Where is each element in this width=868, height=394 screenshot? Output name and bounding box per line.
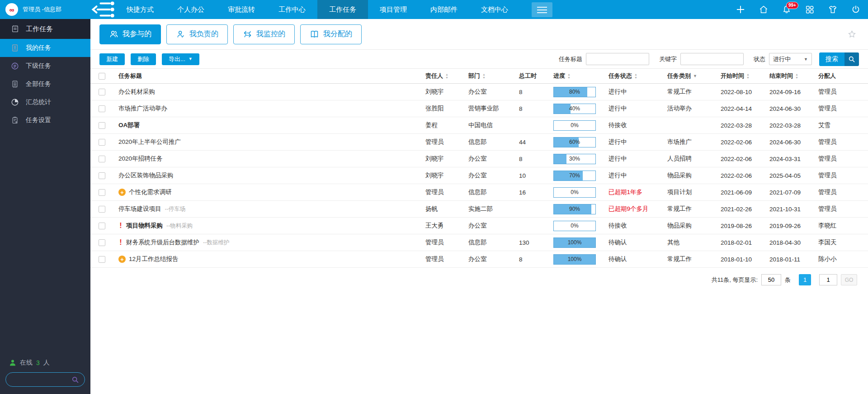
sort-arrows-icon[interactable]: ▲▼ bbox=[746, 73, 750, 79]
sidebar-item-我的任务[interactable]: 我的任务 bbox=[0, 39, 90, 57]
current-page-button[interactable]: 1 bbox=[799, 274, 811, 285]
task-title[interactable]: 市场推广活动举办 bbox=[118, 104, 167, 113]
person-check-icon bbox=[176, 29, 185, 39]
table-row[interactable]: OA部署 姜程 中国电信 0% 待接收 2022-03-28 2022-03-2… bbox=[90, 117, 868, 134]
progress-bar: 90% bbox=[553, 204, 596, 214]
page-size-input[interactable] bbox=[761, 274, 781, 285]
sort-arrows-icon[interactable]: ▲▼ bbox=[445, 73, 448, 79]
task-assigner: 陈小小 bbox=[818, 255, 860, 263]
table-row[interactable]: 2020年招聘任务 刘晓宇 办公室 8 30% 进行中 人员招聘 2022-02… bbox=[90, 151, 868, 167]
task-title[interactable]: OA部署 bbox=[118, 121, 140, 129]
table-row[interactable]: 办公区装饰物品采购 刘晓宇 办公室 10 70% 进行中 物品采购 2022-0… bbox=[90, 167, 868, 184]
table-row[interactable]: +12月工作总结报告 管理员 办公室 8 100% 待确认 常规工作 2018-… bbox=[90, 251, 868, 268]
row-checkbox[interactable] bbox=[99, 256, 105, 263]
page-jump-input[interactable] bbox=[819, 274, 837, 285]
table-row[interactable]: 2020年上半年公司推广 管理员 信息部 44 60% 进行中 市场推广 202… bbox=[90, 134, 868, 151]
task-title[interactable]: 财务系统升级后台数据维护 bbox=[126, 238, 199, 247]
column-header[interactable]: 任务类别▼ bbox=[667, 72, 721, 80]
bell-icon[interactable]: 99+ bbox=[781, 4, 793, 15]
favorite-star-icon[interactable] bbox=[848, 30, 856, 40]
plus-icon[interactable] bbox=[735, 4, 746, 15]
search-icon[interactable] bbox=[71, 376, 79, 384]
top-menu-item[interactable]: 项目管理 bbox=[368, 0, 419, 19]
table-row[interactable]: !财务系统升级后台数据维护--数据维护 管理员 信息部 130 100% 待确认… bbox=[90, 234, 868, 251]
column-header[interactable]: 任务状态▲▼ bbox=[609, 72, 667, 80]
task-title[interactable]: 停车场建设项目 bbox=[118, 205, 161, 213]
task-owner: 王大勇 bbox=[425, 222, 468, 230]
task-title[interactable]: 个性化需求调研 bbox=[129, 188, 172, 196]
row-checkbox[interactable] bbox=[99, 206, 105, 213]
column-header[interactable]: 进度▲▼ bbox=[553, 72, 609, 80]
status-select[interactable]: 进行中 ▼ bbox=[769, 53, 812, 65]
home-icon[interactable] bbox=[758, 4, 769, 15]
task-title[interactable]: 12月工作总结报告 bbox=[129, 255, 179, 263]
row-checkbox[interactable] bbox=[99, 89, 105, 95]
top-menu-item[interactable]: 工作中心 bbox=[267, 0, 317, 19]
row-checkbox[interactable] bbox=[99, 156, 105, 162]
task-department: 营销事业部 bbox=[468, 104, 519, 113]
row-checkbox[interactable] bbox=[99, 223, 105, 229]
top-menu-item[interactable]: 工作任务 bbox=[317, 0, 368, 19]
scope-tab-我参与的[interactable]: 我参与的 bbox=[99, 24, 161, 44]
task-title[interactable]: 办公耗材采购 bbox=[118, 88, 155, 96]
pagination-unit: 条 bbox=[785, 276, 791, 284]
task-start-date: 2019-08-26 bbox=[721, 223, 769, 229]
scope-tab-我分配的[interactable]: 我分配的 bbox=[300, 24, 362, 44]
table-row[interactable]: 市场推广活动举办 张胜阳 营销事业部 8 40% 进行中 活动举办 2022-0… bbox=[90, 100, 868, 117]
sidebar-module-header[interactable]: 工作任务 bbox=[0, 19, 90, 39]
top-menu-item[interactable]: 审批流转 bbox=[216, 0, 267, 19]
row-checkbox[interactable] bbox=[99, 122, 105, 129]
table-row[interactable]: +个性化需求调研 管理员 信息部 16 0% 已超期1年多 项目计划 2021-… bbox=[90, 184, 868, 201]
keyword-filter-input[interactable] bbox=[680, 53, 744, 65]
title-filter-input[interactable] bbox=[586, 53, 649, 65]
collapse-menu-icon[interactable] bbox=[90, 0, 115, 19]
row-checkbox[interactable] bbox=[99, 139, 105, 146]
top-menu-item[interactable]: 内部邮件 bbox=[419, 0, 469, 19]
row-checkbox[interactable] bbox=[99, 105, 105, 112]
apps-icon[interactable] bbox=[804, 4, 816, 15]
scope-tab-我负责的[interactable]: 我负责的 bbox=[166, 24, 228, 44]
theme-shirt-icon[interactable] bbox=[827, 4, 839, 15]
delete-button[interactable]: 删除 bbox=[131, 53, 156, 65]
task-end-date: 2024-06-30 bbox=[769, 139, 818, 146]
sidebar-item-全部任务[interactable]: 全部任务 bbox=[0, 75, 90, 93]
task-start-date: 2022-03-28 bbox=[721, 122, 769, 129]
sidebar-item-任务设置[interactable]: 任务设置 bbox=[0, 111, 90, 129]
power-icon[interactable] bbox=[850, 4, 862, 15]
sidebar-search-input[interactable] bbox=[6, 376, 71, 383]
task-category: 市场推广 bbox=[667, 138, 721, 146]
sidebar-item-下级任务[interactable]: 下级任务 bbox=[0, 57, 90, 75]
top-menu-item[interactable]: 个人办公 bbox=[165, 0, 216, 19]
sidebar-item-汇总统计[interactable]: 汇总统计 bbox=[0, 93, 90, 111]
sort-arrows-icon[interactable]: ▲▼ bbox=[567, 73, 571, 79]
task-title[interactable]: 办公区装饰物品采购 bbox=[118, 171, 174, 180]
column-header[interactable]: 责任人▲▼ bbox=[425, 72, 468, 80]
go-button[interactable]: GO bbox=[841, 274, 857, 285]
row-checkbox[interactable] bbox=[99, 239, 105, 246]
row-checkbox[interactable] bbox=[99, 189, 105, 196]
table-row[interactable]: !项目物料采购--物料采购 王大勇 办公室 0% 待接收 物品采购 2019-0… bbox=[90, 218, 868, 234]
filter-dropdown-icon[interactable]: ▼ bbox=[693, 74, 697, 78]
column-header[interactable]: 开始时间▲▼ bbox=[721, 72, 769, 80]
task-title[interactable]: 项目物料采购 bbox=[126, 222, 163, 230]
row-checkbox[interactable] bbox=[99, 172, 105, 179]
more-menus-icon[interactable] bbox=[532, 2, 552, 17]
task-title[interactable]: 2020年上半年公司推广 bbox=[118, 138, 181, 146]
top-menu-item[interactable]: 快捷方式 bbox=[115, 0, 165, 19]
sidebar-item-label: 全部任务 bbox=[26, 80, 51, 88]
search-button[interactable]: 搜索 bbox=[819, 52, 859, 66]
sort-arrows-icon[interactable]: ▲▼ bbox=[795, 73, 798, 79]
new-button[interactable]: 新建 bbox=[99, 53, 125, 65]
scope-tab-我监控的[interactable]: 我监控的 bbox=[233, 24, 295, 44]
table-row[interactable]: 停车场建设项目--停车场 扬帆 实施二部 90% 已超期9个多月 常规工作 20… bbox=[90, 201, 868, 218]
top-menu-item[interactable]: 文档中心 bbox=[469, 0, 520, 19]
sort-arrows-icon[interactable]: ▲▼ bbox=[634, 73, 637, 79]
export-dropdown-button[interactable]: 导出...▼ bbox=[162, 53, 199, 65]
column-header[interactable]: 结束时间▲▼ bbox=[769, 72, 818, 80]
select-all-checkbox[interactable] bbox=[99, 73, 105, 80]
column-header[interactable]: 部门▲▼ bbox=[468, 72, 519, 80]
exclamation-icon: ! bbox=[118, 222, 123, 230]
table-row[interactable]: 办公耗材采购 刘晓宇 办公室 8 80% 进行中 常规工作 2022-08-10… bbox=[90, 84, 868, 100]
sort-arrows-icon[interactable]: ▲▼ bbox=[482, 73, 486, 79]
task-title[interactable]: 2020年招聘任务 bbox=[118, 155, 163, 163]
